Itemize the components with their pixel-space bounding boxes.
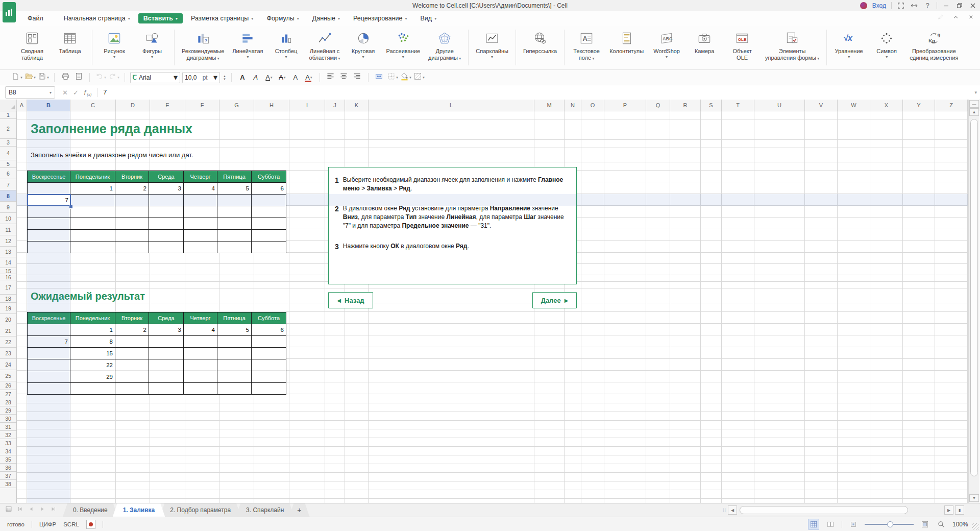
hscroll-thumb[interactable] — [740, 506, 908, 514]
table-cell[interactable] — [70, 383, 115, 395]
table-cell[interactable] — [217, 371, 252, 383]
table-cell[interactable]: 5 — [217, 183, 252, 195]
row-header[interactable]: 17 — [0, 280, 16, 295]
table-cell[interactable] — [252, 383, 286, 395]
table-header-cell[interactable]: Пятница — [217, 171, 252, 183]
table-header-cell[interactable]: Воскресенье — [28, 171, 70, 183]
table-cell[interactable] — [115, 336, 149, 348]
zoom-fit-width-button[interactable] — [920, 519, 930, 529]
column-header[interactable]: G — [219, 100, 254, 111]
table-cell[interactable] — [149, 195, 184, 206]
column-header[interactable]: P — [604, 100, 646, 111]
strikethrough-button[interactable]: А▾ — [277, 72, 288, 83]
close-button[interactable] — [969, 2, 977, 10]
table-cell[interactable] — [184, 348, 217, 359]
ribbon-item[interactable]: Рисунок▾ — [96, 29, 132, 61]
confirm-entry-icon[interactable]: ✓ — [73, 89, 79, 96]
next-sheet-icon[interactable] — [39, 505, 46, 515]
table-cell[interactable] — [115, 359, 149, 371]
scroll-right-icon[interactable]: ▶ — [944, 505, 953, 515]
row-header[interactable]: 2 — [0, 119, 16, 139]
table-cell[interactable]: 29 — [70, 371, 115, 383]
row-header[interactable]: 5 — [0, 160, 16, 168]
row-header[interactable]: 9 — [0, 202, 16, 213]
column-header[interactable]: Z — [935, 100, 968, 111]
column-header[interactable]: H — [254, 100, 289, 111]
hsplit-handle-icon[interactable]: ▮ — [955, 505, 964, 515]
collapse-ribbon-icon[interactable] — [952, 13, 961, 21]
subscript-button[interactable]: А — [290, 72, 301, 83]
scroll-up-icon[interactable]: ▲ — [969, 108, 979, 116]
prev-sheet-icon[interactable] — [28, 505, 35, 515]
ribbon-item[interactable]: Столбец▾ — [268, 29, 304, 61]
row-header[interactable]: 8 — [0, 190, 16, 202]
fullscreen-icon[interactable] — [897, 2, 905, 10]
table-cell[interactable]: 3 — [149, 183, 184, 195]
row-header[interactable]: 29 — [0, 406, 16, 415]
name-box[interactable]: B8 ▾ — [5, 86, 55, 99]
menu-tab[interactable]: Вид▾ — [415, 13, 442, 23]
table-cell[interactable] — [184, 218, 217, 230]
table-cell[interactable] — [28, 324, 70, 336]
tabbar-resize-grip[interactable]: ⁞⁞ — [723, 508, 726, 513]
column-header[interactable]: Q — [646, 100, 670, 111]
expand-formula-bar-icon[interactable]: ▾ — [974, 90, 977, 95]
font-color-button[interactable]: А▾ — [303, 72, 314, 83]
column-header[interactable]: L — [369, 100, 534, 111]
zoom-slider[interactable] — [865, 519, 914, 529]
table-cell[interactable] — [28, 230, 70, 242]
column-header[interactable]: T — [722, 100, 754, 111]
row-header[interactable]: 7 — [0, 179, 16, 190]
table-cell[interactable] — [28, 218, 70, 230]
table-cell[interactable] — [252, 230, 286, 242]
table-cell[interactable] — [252, 195, 286, 206]
table-cell[interactable] — [184, 359, 217, 371]
row-header[interactable]: 33 — [0, 439, 16, 447]
row-header[interactable]: 13 — [0, 247, 16, 257]
table-cell[interactable] — [70, 218, 115, 230]
split-handle-icon[interactable]: — — [969, 100, 979, 108]
menu-tab[interactable]: Начальная страница▾ — [59, 13, 135, 23]
table-cell[interactable] — [252, 218, 286, 230]
row-header[interactable]: 12 — [0, 235, 16, 247]
table-cell[interactable]: 6 — [252, 183, 286, 195]
vertical-scrollbar[interactable]: — ▲ ▼ — [968, 100, 979, 503]
next-button[interactable]: Далее ▶ — [532, 292, 577, 308]
table-cell[interactable]: 3 — [149, 324, 184, 336]
row-header[interactable]: 31 — [0, 423, 16, 431]
table-cell[interactable] — [70, 195, 115, 206]
column-header[interactable]: E — [150, 100, 185, 111]
row-header[interactable]: 37 — [0, 472, 16, 480]
table-header-cell[interactable]: Вторник — [115, 312, 149, 324]
row-header[interactable]: 27 — [0, 390, 16, 398]
table-cell[interactable] — [28, 383, 70, 395]
table-cell[interactable] — [217, 348, 252, 359]
table-header-cell[interactable]: Четверг — [184, 171, 217, 183]
minimize-button[interactable] — [942, 2, 950, 10]
normal-view-button[interactable] — [808, 519, 819, 530]
help-icon[interactable]: ? — [923, 2, 932, 10]
sheet-tab[interactable]: 2. Подбор параметра — [160, 503, 241, 517]
row-header[interactable]: 1 — [0, 111, 16, 119]
fit-width-icon[interactable] — [910, 2, 918, 10]
ribbon-item[interactable]: Таблица — [52, 29, 88, 56]
table-header-cell[interactable]: Среда — [149, 312, 184, 324]
macro-record-button[interactable] — [86, 520, 95, 529]
underline-button[interactable]: А▾ — [263, 72, 275, 83]
cancel-entry-icon[interactable]: ✕ — [62, 89, 68, 96]
ribbon-item[interactable]: AТекстовоеполе ▾ — [569, 29, 604, 62]
table-cell[interactable]: 6 — [252, 324, 286, 336]
window-resize-grip[interactable] — [972, 523, 979, 530]
column-header[interactable]: C — [70, 100, 116, 111]
draw-tool-icon[interactable] — [937, 13, 945, 21]
column-header[interactable]: J — [325, 100, 345, 111]
horizontal-scrollbar[interactable]: ⁞⁞ ◀ ▶ ▮ — [723, 505, 973, 515]
table-cell[interactable] — [252, 348, 286, 359]
insert-function-icon[interactable]: ƒ(x) — [84, 88, 91, 97]
vscroll-thumb[interactable] — [970, 119, 978, 476]
table-cell[interactable] — [70, 206, 115, 218]
table-cell[interactable] — [252, 206, 286, 218]
row-header[interactable]: 32 — [0, 431, 16, 439]
table-cell[interactable] — [28, 183, 70, 195]
row-header[interactable]: 22 — [0, 336, 16, 348]
